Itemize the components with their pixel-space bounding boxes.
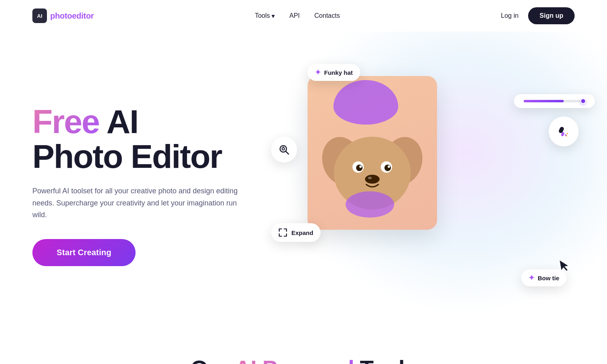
- chevron-down-icon: ▾: [272, 12, 275, 20]
- login-button[interactable]: Log in: [501, 12, 519, 19]
- ai-powered-label: AI Powered: [229, 356, 354, 364]
- logo-text: photoeditor: [50, 11, 94, 21]
- expand-icon: [278, 228, 287, 237]
- dog-photo-card: [308, 76, 437, 230]
- paint-brush-icon: [557, 125, 571, 138]
- svg-point-10: [368, 177, 372, 179]
- logo[interactable]: AI photoeditor: [32, 8, 94, 23]
- hero-illustration: ✦ Funky hat Expand: [283, 60, 575, 311]
- nav-right: Log in Sign up: [501, 7, 575, 24]
- hero-title: Free AIPhoto Editor: [32, 104, 283, 174]
- search-bubble: [271, 137, 297, 163]
- navbar: AI photoeditor Tools ▾ API Contacts Log …: [0, 0, 607, 32]
- chip-funky-hat-label: Funky hat: [324, 69, 353, 76]
- paint-brush-bubble: [549, 116, 579, 146]
- slider-pill: [514, 94, 595, 108]
- chip-funky-hat: ✦ Funky hat: [308, 64, 360, 81]
- svg-point-9: [365, 175, 380, 184]
- hero-section: Free AIPhoto Editor Powerful AI toolset …: [0, 32, 607, 347]
- svg-point-19: [566, 135, 567, 137]
- expand-bubble: Expand: [271, 223, 320, 242]
- tools-label: Tools: [255, 12, 270, 19]
- svg-point-8: [388, 165, 390, 168]
- hero-left: Free AIPhoto Editor Powerful AI toolset …: [32, 104, 283, 266]
- svg-point-7: [359, 165, 362, 168]
- svg-point-6: [384, 165, 391, 171]
- sparkle-icon: ✦: [315, 68, 321, 77]
- our-label: Our: [191, 356, 230, 364]
- svg-point-5: [356, 165, 363, 171]
- cursor-arrow-icon: [558, 258, 572, 275]
- tools-label-bottom: Tools: [354, 356, 417, 364]
- our-tools-title: Our AI Powered Tools: [32, 355, 575, 364]
- signup-button[interactable]: Sign up: [528, 7, 575, 24]
- logo-icon: AI: [32, 8, 47, 23]
- nav-contacts-link[interactable]: Contacts: [314, 12, 340, 19]
- slider-track: [524, 100, 585, 102]
- bowtie-blob: [346, 191, 394, 218]
- start-creating-button[interactable]: Start Creating: [32, 239, 136, 266]
- hero-title-free: Free: [32, 103, 99, 140]
- search-icon: [278, 144, 290, 155]
- nav-tools-item[interactable]: Tools ▾: [255, 12, 275, 20]
- nav-api-link[interactable]: API: [289, 12, 300, 19]
- nav-center: Tools ▾ API Contacts: [255, 12, 340, 20]
- slider-fill: [524, 100, 564, 102]
- hero-description: Powerful AI toolset for all your creativ…: [32, 185, 243, 221]
- bottom-section: Our AI Powered Tools: [0, 347, 607, 364]
- svg-line-12: [286, 151, 289, 154]
- sparkle-icon-2: ✦: [528, 273, 535, 282]
- slider-thumb: [580, 98, 586, 104]
- chip-bow-tie-label: Bow tie: [538, 275, 559, 281]
- svg-point-18: [567, 133, 568, 134]
- expand-label: Expand: [291, 229, 313, 236]
